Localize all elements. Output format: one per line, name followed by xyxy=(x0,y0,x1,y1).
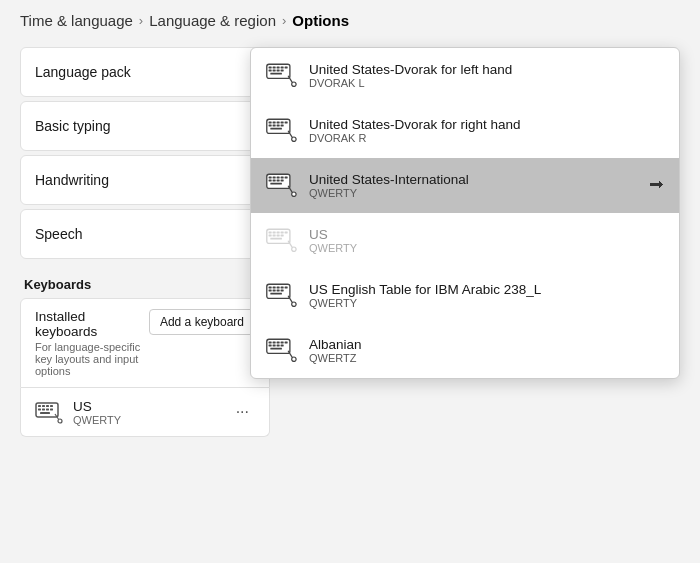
dropdown-item-name-albanian: Albanian xyxy=(309,337,362,352)
svg-rect-68 xyxy=(281,286,284,288)
svg-rect-17 xyxy=(285,66,288,68)
breadcrumb-current: Options xyxy=(292,12,349,29)
svg-rect-44 xyxy=(269,180,272,182)
svg-point-76 xyxy=(292,302,296,306)
svg-rect-73 xyxy=(281,290,284,292)
svg-rect-53 xyxy=(273,231,276,233)
svg-point-89 xyxy=(292,357,296,361)
svg-rect-56 xyxy=(285,231,288,233)
svg-rect-13 xyxy=(269,66,272,68)
svg-rect-48 xyxy=(270,183,282,185)
svg-rect-15 xyxy=(277,66,280,68)
breadcrumb-sep1: › xyxy=(139,13,143,28)
breadcrumb-part2[interactable]: Language & region xyxy=(149,12,276,29)
dropdown-item-sub-dvorak-left: DVORAK L xyxy=(309,77,512,89)
svg-rect-31 xyxy=(269,125,272,127)
left-panel: Language packBasic typingHandwritingSpee… xyxy=(20,47,270,551)
svg-rect-1 xyxy=(38,405,41,407)
svg-rect-39 xyxy=(269,176,272,178)
keyboard-entry-us: US QWERTY ··· xyxy=(20,388,270,437)
svg-rect-85 xyxy=(277,345,280,347)
svg-rect-66 xyxy=(273,286,276,288)
svg-rect-42 xyxy=(281,176,284,178)
svg-point-63 xyxy=(292,247,296,251)
dropdown-item-icon-albanian xyxy=(265,333,297,368)
keyboard-entry-ellipsis-button[interactable]: ··· xyxy=(230,401,255,423)
svg-rect-27 xyxy=(273,121,276,123)
dropdown-item-name-dvorak-right: United States-Dvorak for right hand xyxy=(309,117,521,132)
svg-rect-69 xyxy=(285,286,288,288)
dropdown-item-dvorak-left[interactable]: United States-Dvorak for left handDVORAK… xyxy=(251,48,679,103)
keyboard-entry-layout: QWERTY xyxy=(73,414,121,426)
dropdown-item-icon-us-international xyxy=(265,168,297,203)
svg-rect-46 xyxy=(277,180,280,182)
dropdown-item-icon-dvorak-right xyxy=(265,113,297,148)
svg-rect-86 xyxy=(281,345,284,347)
svg-rect-7 xyxy=(46,409,49,411)
svg-rect-61 xyxy=(270,238,282,240)
left-item-speech[interactable]: Speech xyxy=(20,209,270,259)
svg-rect-80 xyxy=(277,341,280,343)
dropdown-item-icon-dvorak-left xyxy=(265,58,297,93)
add-keyboard-button[interactable]: Add a keyboard xyxy=(149,309,255,335)
svg-rect-14 xyxy=(273,66,276,68)
svg-rect-22 xyxy=(270,73,282,75)
dropdown-item-sub-us: QWERTY xyxy=(309,242,357,254)
svg-point-24 xyxy=(292,82,296,86)
svg-rect-5 xyxy=(38,409,41,411)
svg-rect-55 xyxy=(281,231,284,233)
svg-rect-74 xyxy=(270,293,282,295)
svg-rect-20 xyxy=(277,70,280,72)
svg-rect-26 xyxy=(269,121,272,123)
svg-rect-87 xyxy=(270,348,282,350)
dropdown-item-name-us: US xyxy=(309,227,357,242)
dropdown-item-name-us-english-ibm: US English Table for IBM Arabic 238_L xyxy=(309,282,541,297)
svg-rect-8 xyxy=(50,409,53,411)
keyboards-section-header: Keyboards xyxy=(24,277,270,292)
svg-rect-54 xyxy=(277,231,280,233)
dropdown-item-dvorak-right[interactable]: United States-Dvorak for right handDVORA… xyxy=(251,103,679,158)
svg-rect-72 xyxy=(277,290,280,292)
svg-rect-83 xyxy=(269,345,272,347)
svg-rect-19 xyxy=(273,70,276,72)
svg-rect-81 xyxy=(281,341,284,343)
installed-keyboards-info: Installed keyboards For language-specifi… xyxy=(35,309,149,377)
svg-rect-45 xyxy=(273,180,276,182)
svg-rect-9 xyxy=(40,412,50,414)
dropdown-item-sub-dvorak-right: DVORAK R xyxy=(309,132,521,144)
left-item-basic-typing[interactable]: Basic typing xyxy=(20,101,270,151)
svg-rect-4 xyxy=(50,405,53,407)
svg-point-50 xyxy=(292,192,296,196)
cursor-indicator: ⮕ xyxy=(649,177,665,195)
svg-point-11 xyxy=(58,419,62,423)
svg-rect-65 xyxy=(269,286,272,288)
breadcrumb-sep2: › xyxy=(282,13,286,28)
dropdown-item-icon-us-english-ibm xyxy=(265,278,297,313)
dropdown-item-icon-us xyxy=(265,223,297,258)
svg-rect-58 xyxy=(273,235,276,237)
svg-rect-33 xyxy=(277,125,280,127)
breadcrumb-part1[interactable]: Time & language xyxy=(20,12,133,29)
dropdown-item-us-english-ibm[interactable]: US English Table for IBM Arabic 238_LQWE… xyxy=(251,268,679,323)
svg-rect-29 xyxy=(281,121,284,123)
svg-rect-52 xyxy=(269,231,272,233)
dropdown-item-name-dvorak-left: United States-Dvorak for left hand xyxy=(309,62,512,77)
svg-rect-3 xyxy=(46,405,49,407)
svg-point-37 xyxy=(292,137,296,141)
keyboards-section: Installed keyboards For language-specifi… xyxy=(20,298,270,437)
dropdown-item-albanian[interactable]: AlbanianQWERTZ xyxy=(251,323,679,378)
svg-rect-30 xyxy=(285,121,288,123)
svg-rect-16 xyxy=(281,66,284,68)
left-item-handwriting[interactable]: Handwriting xyxy=(20,155,270,205)
svg-rect-35 xyxy=(270,128,282,130)
svg-rect-40 xyxy=(273,176,276,178)
dropdown-item-name-us-international: United States-International xyxy=(309,172,469,187)
left-item-language-pack[interactable]: Language pack xyxy=(20,47,270,97)
keyboard-entry-name: US xyxy=(73,399,121,414)
svg-rect-60 xyxy=(281,235,284,237)
dropdown-item-us-international[interactable]: United States-InternationalQWERTY⮕ xyxy=(251,158,679,213)
svg-rect-21 xyxy=(281,70,284,72)
svg-rect-71 xyxy=(273,290,276,292)
svg-rect-79 xyxy=(273,341,276,343)
dropdown-item-us: USQWERTY xyxy=(251,213,679,268)
